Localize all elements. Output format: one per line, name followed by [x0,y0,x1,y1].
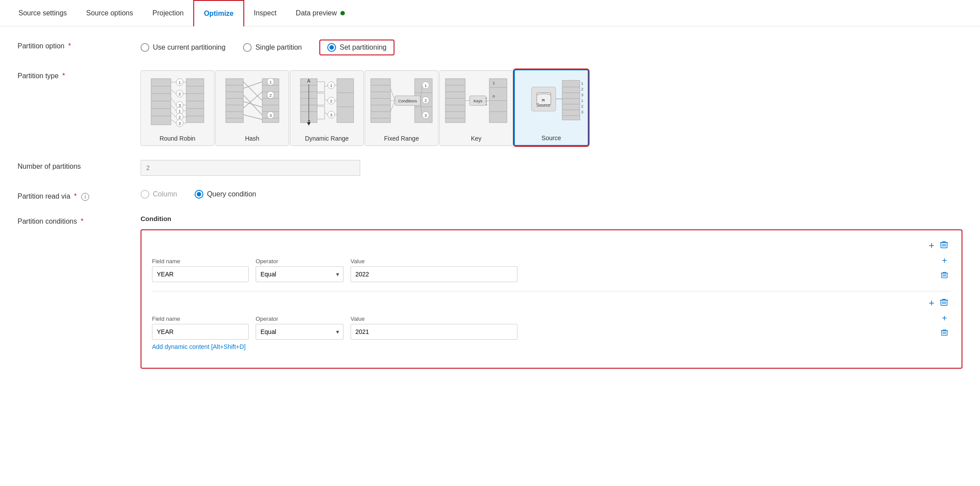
svg-point-135 [485,104,487,105]
add-condition-2-button[interactable]: + [939,312,950,324]
fixed-range-label: Fixed Range [384,135,419,142]
number-of-partitions-label: Number of partitions [18,160,141,170]
content-area: Partition option * Use current partition… [0,26,980,396]
svg-line-88 [325,99,328,101]
value-input-1[interactable] [351,266,517,282]
svg-text:2: 2 [581,104,583,109]
condition-fields-2: Field name Operator Equal Not Equal Grea… [152,312,951,340]
partition-card-dynamic-range[interactable]: A Z 1 2 [290,70,364,146]
operator-select-1[interactable]: Equal Not Equal Greater Than Less Than [256,266,344,282]
partition-option-row: Partition option * Use current partition… [18,40,962,55]
svg-rect-0 [151,79,171,125]
round-robin-diagram: 1 2 3 1 2 3 [145,74,210,131]
svg-rect-144 [562,80,580,120]
svg-point-134 [485,101,487,102]
svg-text:3: 3 [581,110,583,114]
svg-text:1: 1 [178,109,181,113]
add-outer-row1-button[interactable]: + [926,239,937,252]
value-input-2[interactable] [351,324,517,340]
partition-type-grid: 1 2 3 1 2 3 [141,69,962,146]
partition-read-via-info-icon[interactable]: i [81,193,89,201]
svg-text:1: 1 [424,83,427,88]
condition-actions-2: + [938,312,951,340]
svg-line-25 [171,90,176,94]
svg-text:Conditions: Conditions [398,99,417,103]
svg-line-28 [171,112,176,117]
fixed-range-diagram: Conditions 1 2 3 [369,74,434,131]
field-name-label-2: Field name [152,316,249,322]
partition-card-source[interactable]: ⬒ Source 1 [514,69,589,146]
partition-read-via-radio-group: Column Query condition [141,190,962,199]
operator-group-1: Operator Equal Not Equal Greater Than Le… [256,258,344,282]
partition-conditions-row: Partition conditions * Condition + [18,215,962,369]
partition-card-round-robin[interactable]: 1 2 3 1 2 3 [141,70,214,146]
svg-text:1: 1 [581,81,583,86]
svg-text:3: 3 [269,113,271,118]
main-container: Source settings Source options Projectio… [0,0,980,486]
tab-projection[interactable]: Projection [143,0,193,26]
add-outer-row2-button[interactable]: + [926,297,937,310]
svg-text:3: 3 [178,121,181,126]
trash-icon-outer2 [940,298,948,307]
operator-group-2: Operator Equal Not Equal Greater Than Le… [256,316,344,340]
radio-query-condition[interactable]: Query condition [195,190,256,199]
delete-condition-2-button[interactable] [938,328,951,340]
radio-circle-single [243,43,252,52]
svg-text:n: n [492,94,495,98]
partition-conditions-label: Partition conditions * [18,215,141,225]
trash-icon-2 [940,329,948,337]
condition-row-2: Field name Operator Equal Not Equal Grea… [152,312,951,350]
field-name-input-1[interactable] [152,266,249,282]
trash-icon-1 [940,271,948,279]
delete-outer-row1-button[interactable] [937,239,951,252]
svg-text:Keys: Keys [474,99,483,103]
operator-select-2[interactable]: Equal Not Equal Greater Than Less Than [256,324,344,340]
data-preview-dot [340,11,345,15]
field-name-group-1: Field name [152,258,249,282]
operator-select-wrapper-2: Equal Not Equal Greater Than Less Than [256,324,344,340]
partition-card-key[interactable]: Keys 1 n [439,70,513,146]
field-name-label-1: Field name [152,258,249,265]
partition-card-hash[interactable]: 1 2 3 Hash [215,70,289,146]
tabs-bar: Source settings Source options Projectio… [0,0,980,26]
dynamic-range-label: Dynamic Range [305,135,349,142]
delete-condition-1-button[interactable] [938,270,951,282]
tab-source-settings[interactable]: Source settings [9,0,76,26]
partition-read-via-control: Column Query condition [141,190,962,199]
svg-text:A: A [307,78,311,83]
svg-line-116 [391,101,395,112]
tab-data-preview[interactable]: Data preview [286,0,354,26]
trash-icon-outer1 [940,240,948,249]
tab-source-options[interactable]: Source options [76,0,143,26]
svg-line-114 [391,88,395,101]
radio-circle-set [327,43,336,52]
radio-column[interactable]: Column [141,190,177,199]
delete-outer-row2-button[interactable] [937,297,951,310]
svg-text:2: 2 [178,92,181,96]
partition-type-control: 1 2 3 1 2 3 [141,69,962,146]
tab-optimize[interactable]: Optimize [193,0,244,26]
field-name-input-2[interactable] [152,324,249,340]
partition-type-required: * [62,72,65,80]
svg-text:2: 2 [424,98,427,103]
tab-inspect[interactable]: Inspect [244,0,286,26]
svg-line-26 [171,98,176,105]
condition-actions-1: + [938,255,951,282]
add-condition-1-button[interactable]: + [939,255,950,267]
number-of-partitions-input[interactable] [141,160,360,176]
radio-use-current[interactable]: Use current partitioning [141,43,225,52]
conditions-container: + [141,229,962,369]
condition-header: Condition [141,215,962,222]
condition-row-1: Field name Operator Equal Not Equal Grea… [152,255,951,282]
svg-text:3: 3 [424,113,427,118]
add-dynamic-link-2[interactable]: Add dynamic content [Alt+Shift+D] [152,343,951,350]
radio-circle-query [195,190,203,199]
operator-select-wrapper-1: Equal Not Equal Greater Than Less Than [256,266,344,282]
partition-card-fixed-range[interactable]: Conditions 1 2 3 [365,70,438,146]
svg-text:⬒: ⬒ [542,98,545,102]
partition-type-row: Partition type * [18,69,962,146]
condition-fields-1: Field name Operator Equal Not Equal Grea… [152,255,951,282]
partition-conditions-control: Condition + [141,215,962,369]
radio-single-partition[interactable]: Single partition [243,43,302,52]
set-partitioning-box[interactable]: Set partitioning [319,40,394,55]
